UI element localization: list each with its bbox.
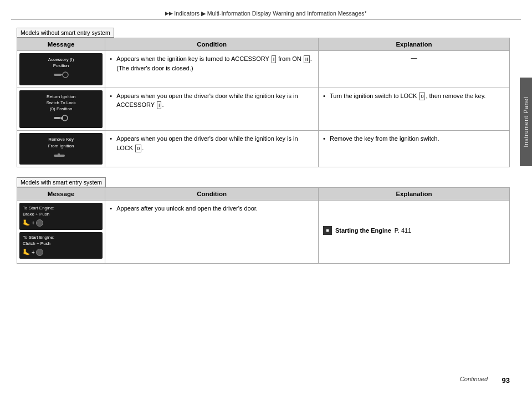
message-image-2: Return IgnitionSwitch To Lock(0) Positio…: [19, 90, 103, 129]
see-also-page: P. 411: [395, 227, 411, 234]
explanation-item: Remove the key from the ignition switch.: [323, 134, 505, 143]
explanation-cell-1: —: [319, 51, 510, 88]
see-also-link: ■ Starting the Engine P. 411: [323, 226, 411, 235]
col-message-1: Message: [17, 38, 105, 51]
col-explanation-1: Explanation: [319, 38, 510, 51]
condition-cell-2: Appears when you open the driver's door …: [105, 88, 319, 131]
svg-rect-3: [54, 117, 60, 119]
box-0-2: 0: [135, 145, 141, 152]
box-i-2: I: [157, 101, 162, 109]
msg-icon-2: P: [53, 114, 69, 125]
explanation-cell-2: Turn the ignition switch to LOCK 0, then…: [319, 88, 510, 131]
section2-label: Models with smart entry system: [17, 177, 106, 187]
msg-icon-3: [53, 151, 69, 161]
msg-icon-1: [53, 71, 69, 81]
smart-msg-title-1: To Start Engine:Brake + Push: [23, 205, 54, 217]
explanation-list-3: Remove the key from the ignition switch.: [323, 134, 505, 143]
smart-explanation: ■ Starting the Engine P. 411: [323, 204, 505, 240]
message-cell-1: Accessory (I)Position: [17, 51, 105, 88]
message-image-smart-1: To Start Engine:Brake + Push 🦶 +: [19, 203, 103, 230]
section2-table: Message Condition Explanation To Start E…: [17, 187, 510, 264]
svg-rect-2: [61, 74, 63, 75]
side-tab: Instrument Panel: [520, 78, 532, 166]
explanation-cell-3: Remove the key from the ignition switch.: [319, 131, 510, 167]
svg-text:P: P: [61, 117, 63, 120]
condition-item-smart: Appears after you unlock and open the dr…: [110, 204, 314, 213]
message-cell-smart: To Start Engine:Brake + Push 🦶 + To Star…: [17, 200, 105, 264]
box-ii: II: [304, 55, 310, 63]
section2: Models with smart entry system Message C…: [17, 177, 510, 264]
explanation-list-2: Turn the ignition switch to LOCK 0, then…: [323, 91, 505, 101]
message-image-smart-2: To Start Engine:Clutch + Push 🦶 +: [19, 232, 103, 259]
continued-label: Continued: [460, 376, 488, 382]
table-row: Accessory (I)Position: [17, 51, 510, 88]
col-explanation-2: Explanation: [319, 187, 510, 200]
col-message-2: Message: [17, 187, 105, 200]
smart-icons-2: 🦶 +: [23, 248, 43, 257]
condition-cell-3: Appears when you open the driver's door …: [105, 131, 319, 167]
side-tab-label: Instrument Panel: [523, 96, 529, 147]
explanation-item: Turn the ignition switch to LOCK 0, then…: [323, 91, 505, 101]
condition-item: Appears when you open the driver's door …: [110, 91, 314, 110]
plus-1: +: [32, 219, 35, 227]
page-number: 93: [502, 376, 510, 384]
plus-2: +: [32, 249, 35, 257]
box-0: 0: [419, 93, 425, 100]
msg-title-1: Accessory (I)Position: [48, 57, 74, 69]
svg-rect-0: [54, 74, 62, 76]
col-condition-2: Condition: [105, 187, 319, 200]
message-image-1: Accessory (I)Position: [19, 53, 103, 85]
box-i: I: [272, 55, 277, 63]
see-also-label: Starting the Engine: [335, 227, 391, 234]
condition-list-smart: Appears after you unlock and open the dr…: [110, 204, 314, 213]
foot-icon-2: 🦶: [23, 248, 30, 257]
condition-item: Appears when you open the driver's door …: [110, 134, 314, 152]
message-cell-3: Remove KeyFrom Ignition: [17, 131, 105, 167]
msg-title-2: Return IgnitionSwitch To Lock(0) Positio…: [47, 94, 76, 112]
svg-rect-8: [58, 153, 60, 155]
col-condition-1: Condition: [105, 38, 319, 51]
message-image-3: Remove KeyFrom Ignition: [19, 133, 103, 165]
section1-table: Message Condition Explanation Accessory …: [17, 38, 510, 167]
condition-list-3: Appears when you open the driver's door …: [110, 134, 314, 152]
main-content: Models without smart entry system Messag…: [17, 28, 510, 372]
condition-item: Appears when the ignition key is turned …: [110, 54, 314, 73]
table-row: Remove KeyFrom Ignition Appears when: [17, 131, 510, 167]
explanation-cell-smart: ■ Starting the Engine P. 411: [319, 200, 510, 264]
page-header: ▶▶ Indicators ▶ Multi-Information Displa…: [0, 10, 532, 17]
table-row: Return IgnitionSwitch To Lock(0) Positio…: [17, 88, 510, 131]
section1-label: Models without smart entry system: [17, 28, 114, 38]
condition-cell-1: Appears when the ignition key is turned …: [105, 51, 319, 88]
condition-list-2: Appears when you open the driver's door …: [110, 91, 314, 110]
msg-title-3: Remove KeyFrom Ignition: [48, 136, 74, 148]
svg-point-1: [63, 72, 68, 78]
foot-icon-1: 🦶: [23, 219, 30, 227]
see-also-book-icon: ■: [323, 226, 332, 235]
header-triangles: ▶▶: [165, 11, 173, 16]
header-text: Indicators ▶ Multi-Information Display W…: [174, 10, 366, 17]
section1: Models without smart entry system Messag…: [17, 28, 510, 167]
circle-2: [36, 249, 43, 256]
smart-msg-title-2: To Start Engine:Clutch + Push: [23, 234, 54, 247]
smart-icons-1: 🦶 +: [23, 219, 43, 227]
table-row: To Start Engine:Brake + Push 🦶 + To Star…: [17, 200, 510, 264]
condition-cell-smart: Appears after you unlock and open the dr…: [105, 200, 319, 264]
message-cell-2: Return IgnitionSwitch To Lock(0) Positio…: [17, 88, 105, 131]
circle-1: [36, 219, 43, 227]
condition-list-1: Appears when the ignition key is turned …: [110, 54, 314, 73]
